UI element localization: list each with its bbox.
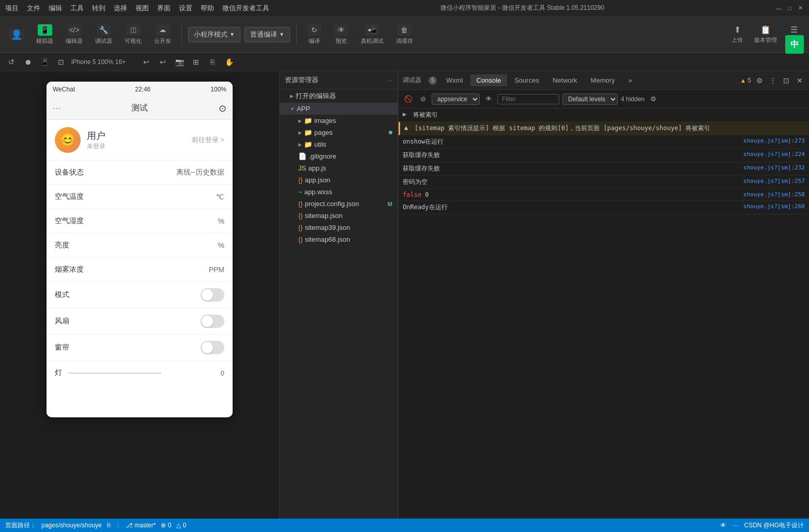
status-left: 页面路径： pages/shouye/shouye ⎘ ⎇ master* ⊗ … bbox=[5, 521, 186, 530]
msg-link-7[interactable]: shouye.js?[sm]:260 bbox=[743, 203, 805, 210]
compile-button[interactable]: ↻ 编译 bbox=[303, 22, 326, 47]
gear-settings-button[interactable]: ⚙ bbox=[754, 75, 765, 86]
app-wxss-item[interactable]: ~ app.wxss bbox=[280, 186, 398, 198]
window-controls[interactable]: — □ ✕ bbox=[775, 5, 804, 11]
menu-tools[interactable]: 工具 bbox=[70, 4, 84, 13]
pages-folder-item[interactable]: ▶ 📁 pages bbox=[280, 127, 398, 138]
filter-input[interactable] bbox=[497, 94, 559, 104]
rotate-right-button[interactable]: ↩ bbox=[157, 56, 169, 68]
tab-wxml[interactable]: Wxml bbox=[440, 74, 469, 86]
app-js-item[interactable]: JS app.js bbox=[280, 162, 398, 174]
levels-selector[interactable]: Default levels bbox=[562, 93, 618, 105]
msg-link-3[interactable]: shouye.js?[sm]:224 bbox=[743, 151, 805, 158]
open-editor-item[interactable]: ▶ 打开的编辑器 bbox=[280, 89, 398, 103]
debug-toolbar: 调试器 5 Wxml Console Sources Network Memor… bbox=[399, 71, 809, 90]
user-login-link[interactable]: 前往登录 > bbox=[192, 135, 224, 145]
msg-expand-0[interactable]: ▶ bbox=[403, 111, 410, 118]
menu-bar[interactable]: 项目 文件 编辑 工具 转到 选择 视图 界面 设置 帮助 微信开发者工具 bbox=[5, 4, 269, 13]
close-button[interactable]: ✕ bbox=[797, 5, 804, 11]
menu-settings[interactable]: 设置 bbox=[179, 4, 192, 13]
open-editor-arrow: ▶ bbox=[290, 93, 294, 99]
person-button[interactable]: 👤 bbox=[5, 27, 28, 42]
brightness-row: 亮度 % bbox=[47, 233, 233, 258]
air-temp-label: 空气温度 bbox=[55, 192, 84, 201]
editor-label: 编辑器 bbox=[66, 37, 83, 45]
mode-dropdown[interactable]: 小程序模式 ▼ bbox=[188, 27, 240, 42]
camera-button[interactable]: 📷 bbox=[173, 56, 186, 68]
preview-button[interactable]: 👁 预览 bbox=[330, 22, 353, 47]
console-clear-button[interactable]: 🚫 bbox=[403, 93, 414, 105]
avatar: 😊 bbox=[55, 127, 81, 153]
menu-file[interactable]: 文件 bbox=[27, 4, 40, 13]
console-filter-button[interactable]: ⊘ bbox=[417, 93, 429, 105]
debugger-button[interactable]: 🔧 调试器 bbox=[91, 22, 116, 47]
menu-view[interactable]: 视图 bbox=[135, 4, 149, 13]
compile-dropdown[interactable]: 普通编译 ▼ bbox=[245, 27, 290, 42]
detach-button[interactable]: ⊡ bbox=[781, 75, 791, 86]
version-manage-button[interactable]: 📋 版本管理 bbox=[750, 23, 781, 46]
msg-link-2[interactable]: shouye.js?[sm]:273 bbox=[743, 137, 805, 144]
maximize-button[interactable]: □ bbox=[786, 5, 793, 11]
projectconfig-icon: {} bbox=[298, 200, 303, 208]
msg-link-4[interactable]: shouye.js?[sm]:232 bbox=[743, 164, 805, 171]
tab-more[interactable]: » bbox=[622, 74, 638, 86]
simulator-button[interactable]: 📱 模拟器 bbox=[32, 22, 57, 47]
cloud-button[interactable]: ☁ 云开发 bbox=[150, 22, 175, 47]
sitemap68-item[interactable]: {} sitemap68.json bbox=[280, 233, 398, 245]
visual-button[interactable]: ◫ 可视化 bbox=[120, 22, 146, 47]
mode-toggle[interactable] bbox=[201, 288, 224, 302]
menu-interface[interactable]: 界面 bbox=[157, 4, 171, 13]
air-temp-row: 空气温度 ℃ bbox=[47, 185, 233, 209]
status-more-button[interactable]: ··· bbox=[732, 522, 738, 529]
tab-console[interactable]: Console bbox=[470, 74, 508, 86]
menu-edit[interactable]: 编辑 bbox=[49, 4, 62, 13]
light-slider[interactable] bbox=[68, 372, 161, 374]
console-settings-button[interactable]: ⚙ bbox=[648, 93, 659, 105]
copy-path-icon[interactable]: ⎘ bbox=[107, 522, 111, 529]
copy-button[interactable]: ⎘ bbox=[206, 56, 219, 68]
app-json-item[interactable]: {} app.json bbox=[280, 174, 398, 186]
curtain-toggle[interactable] bbox=[201, 341, 224, 354]
minimize-button[interactable]: — bbox=[775, 5, 782, 11]
project-config-item[interactable]: {} project.config.json M bbox=[280, 198, 398, 210]
sitemap68-icon: {} bbox=[298, 236, 303, 243]
refresh-button[interactable]: ↺ bbox=[5, 56, 18, 68]
language-toggle-button[interactable]: 中 bbox=[785, 35, 804, 54]
upload-button[interactable]: ⬆ 上传 bbox=[727, 23, 747, 46]
curtain-label: 窗帘 bbox=[55, 343, 69, 352]
app-folder-arrow: ▼ bbox=[290, 106, 295, 112]
record-button[interactable]: ⏺ bbox=[22, 56, 34, 68]
hand-button[interactable]: ✋ bbox=[223, 56, 235, 68]
tab-network[interactable]: Network bbox=[546, 74, 584, 86]
gitignore-item[interactable]: 📄 .gitignore bbox=[280, 150, 398, 162]
menu-goto[interactable]: 转到 bbox=[92, 4, 105, 13]
sitemap-item[interactable]: {} sitemap.json bbox=[280, 210, 398, 222]
menu-project[interactable]: 项目 bbox=[5, 4, 19, 13]
app-folder-item[interactable]: ▼ APP bbox=[280, 103, 398, 115]
images-folder-item[interactable]: ▶ 📁 images bbox=[280, 115, 398, 127]
status-eye-icon[interactable]: 👁 bbox=[720, 522, 726, 529]
editor-button[interactable]: </> 编辑器 bbox=[62, 22, 87, 47]
tab-memory[interactable]: Memory bbox=[585, 74, 621, 86]
clear-cache-button[interactable]: 🗑 清缓存 bbox=[392, 22, 417, 47]
menu-help[interactable]: 帮助 bbox=[201, 4, 214, 13]
sitemap39-item[interactable]: {} sitemap39.json bbox=[280, 222, 398, 233]
fan-toggle[interactable] bbox=[201, 315, 224, 328]
close-debugger-button[interactable]: ✕ bbox=[795, 75, 805, 86]
split-button[interactable]: ⊡ bbox=[55, 56, 67, 68]
msg-text-6: false 0 bbox=[403, 191, 740, 198]
menu-wechat-devtools[interactable]: 微信开发者工具 bbox=[222, 4, 269, 13]
eye-button[interactable]: 👁 bbox=[483, 93, 494, 105]
file-panel-more[interactable]: ··· bbox=[387, 76, 392, 84]
tab-sources[interactable]: Sources bbox=[508, 74, 545, 86]
real-device-button[interactable]: 📲 真机调试 bbox=[357, 22, 388, 47]
utils-folder-item[interactable]: ▶ 📁 utils bbox=[280, 138, 398, 150]
air-temp-value: ℃ bbox=[216, 193, 224, 201]
msg-link-6[interactable]: shouye.js?[sm]:258 bbox=[743, 191, 805, 198]
crop-button[interactable]: ⊞ bbox=[190, 56, 202, 68]
context-selector[interactable]: appservice bbox=[432, 93, 480, 105]
menu-select[interactable]: 选择 bbox=[114, 4, 127, 13]
more-options-button[interactable]: ⋮ bbox=[768, 75, 778, 86]
msg-link-5[interactable]: shouye.js?[sm]:257 bbox=[743, 178, 805, 184]
rotate-left-button[interactable]: ↩ bbox=[140, 56, 152, 68]
